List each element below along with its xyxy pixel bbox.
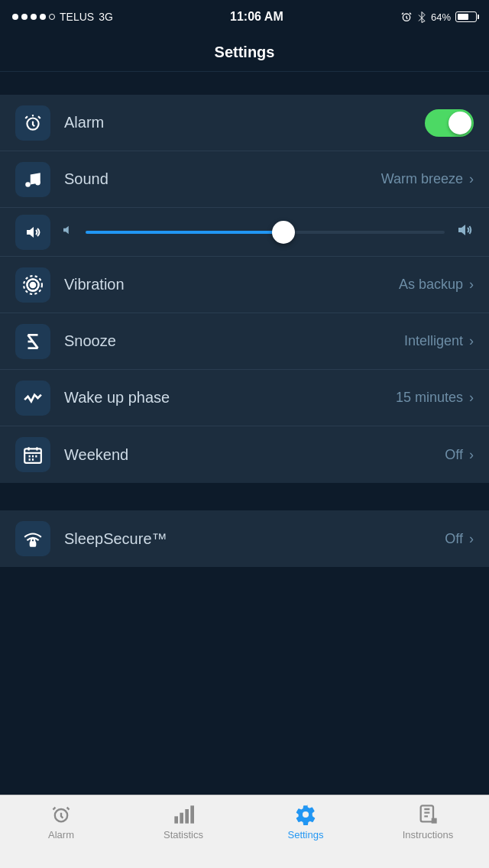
volume-slider[interactable] — [86, 228, 445, 236]
svg-rect-29 — [185, 809, 189, 824]
slider-fill — [86, 231, 283, 234]
volume-icon-box — [15, 215, 50, 250]
sound-icon-box — [15, 162, 50, 197]
battery-indicator — [455, 11, 477, 22]
svg-marker-6 — [63, 226, 69, 235]
svg-point-3 — [25, 182, 31, 187]
wakeup-icon-box — [15, 381, 50, 416]
volume-high-icon — [455, 221, 474, 244]
alarm-icon-box — [15, 105, 50, 141]
signal-dot-3 — [31, 14, 37, 20]
battery-percent: 64% — [431, 11, 451, 23]
alarm-status-icon — [400, 11, 413, 23]
alarm-toggle[interactable] — [425, 109, 474, 137]
status-time: 11:06 AM — [230, 10, 283, 24]
instructions-tab-icon — [416, 803, 439, 826]
volume-icon — [24, 223, 42, 241]
settings-tab-icon — [294, 803, 317, 826]
section-gap-top — [0, 72, 489, 95]
snooze-row[interactable]: Snooze Intelligent › — [0, 313, 489, 370]
alarm-row[interactable]: Alarm — [0, 95, 489, 151]
sleepsecure-section: SleepSecure™ Off › — [0, 510, 489, 567]
wakeup-value: 15 minutes — [396, 390, 463, 406]
network-type: 3G — [99, 11, 113, 23]
svg-rect-31 — [421, 805, 433, 821]
snooze-chevron: › — [469, 333, 474, 349]
weekend-value: Off — [445, 447, 463, 463]
sleepsecure-label: SleepSecure™ — [64, 530, 445, 548]
sound-chevron: › — [469, 171, 474, 187]
wakeup-row[interactable]: Wake up phase 15 minutes › — [0, 370, 489, 426]
signal-dot-5 — [49, 14, 55, 20]
tab-instructions[interactable]: Instructions — [367, 803, 489, 840]
svg-marker-7 — [458, 225, 465, 235]
svg-point-9 — [31, 282, 36, 287]
tab-instructions-label: Instructions — [403, 829, 453, 840]
slider-track — [86, 231, 445, 234]
carrier-label: TELUS — [60, 11, 94, 23]
svg-rect-30 — [190, 805, 194, 823]
alarm-tab-icon — [50, 803, 73, 826]
toggle-thumb — [449, 112, 471, 134]
vibration-icon-box — [15, 267, 50, 303]
sound-label: Sound — [64, 170, 381, 188]
snooze-label: Snooze — [64, 332, 404, 350]
wakeup-label: Wake up phase — [64, 389, 396, 406]
bluetooth-icon — [417, 11, 426, 23]
slider-thumb[interactable] — [272, 221, 295, 244]
weekend-row[interactable]: Weekend Off › — [0, 426, 489, 483]
tab-settings-label: Settings — [288, 829, 324, 840]
sound-row[interactable]: Sound Warm breeze › — [0, 151, 489, 208]
svg-marker-5 — [27, 227, 34, 238]
svg-rect-27 — [174, 816, 178, 823]
vibration-value: As backup — [399, 277, 463, 293]
settings-list: Alarm Sound Warm breeze › — [0, 95, 489, 483]
signal-dot-1 — [12, 14, 18, 20]
page-title: Settings — [215, 44, 275, 61]
statistics-tab-icon — [172, 803, 195, 826]
vibration-icon — [23, 275, 43, 295]
tab-statistics[interactable]: Statistics — [122, 803, 244, 840]
svg-point-4 — [35, 180, 40, 186]
wakeup-icon — [23, 388, 43, 408]
weekend-label: Weekend — [64, 446, 445, 464]
sound-value: Warm breeze — [381, 171, 463, 187]
tab-alarm[interactable]: Alarm — [0, 803, 122, 840]
section-gap-middle — [0, 483, 489, 510]
sleepsecure-row[interactable]: SleepSecure™ Off › — [0, 510, 489, 567]
sleepsecure-chevron: › — [469, 531, 474, 547]
navigation-bar: Settings — [0, 34, 489, 72]
weekend-icon-box — [15, 437, 50, 472]
signal-dot-4 — [40, 14, 46, 20]
vibration-label: Vibration — [64, 276, 399, 293]
tab-alarm-label: Alarm — [48, 829, 74, 840]
wakeup-chevron: › — [469, 390, 474, 406]
volume-low-icon — [61, 223, 75, 241]
signal-dots — [12, 14, 55, 20]
vibration-chevron: › — [469, 277, 474, 293]
alarm-icon — [23, 113, 43, 133]
music-icon — [23, 170, 43, 189]
volume-row[interactable] — [0, 208, 489, 257]
snooze-icon-box — [15, 324, 50, 359]
signal-dot-2 — [21, 14, 28, 20]
snooze-value: Intelligent — [404, 333, 463, 349]
svg-rect-28 — [180, 813, 183, 824]
weekend-chevron: › — [469, 447, 474, 463]
vibration-row[interactable]: Vibration As backup › — [0, 257, 489, 313]
sleepsecure-icon-box — [15, 521, 50, 556]
svg-rect-25 — [31, 542, 36, 546]
tab-settings[interactable]: Settings — [244, 803, 367, 840]
status-left: TELUS 3G — [12, 11, 113, 23]
status-right: 64% — [400, 11, 477, 23]
snooze-icon — [23, 332, 43, 351]
sleepsecure-icon — [23, 529, 43, 549]
status-bar: TELUS 3G 11:06 AM 64% — [0, 0, 489, 34]
tab-bar: Alarm Statistics Settings — [0, 795, 489, 868]
sleepsecure-value: Off — [445, 531, 463, 547]
weekend-icon — [23, 445, 43, 465]
alarm-label: Alarm — [64, 114, 425, 131]
tab-statistics-label: Statistics — [164, 829, 203, 840]
